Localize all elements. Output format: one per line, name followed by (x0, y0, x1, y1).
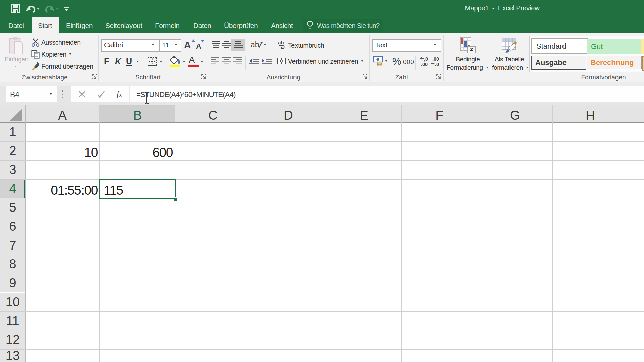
svg-text:,00: ,00 (421, 62, 428, 66)
svg-text:,00: ,00 (432, 57, 439, 62)
svg-text:,0: ,0 (435, 62, 439, 66)
svg-text:ab: ab (278, 40, 284, 45)
svg-text:ab: ab (251, 40, 259, 49)
svg-text:,0: ,0 (424, 57, 428, 62)
